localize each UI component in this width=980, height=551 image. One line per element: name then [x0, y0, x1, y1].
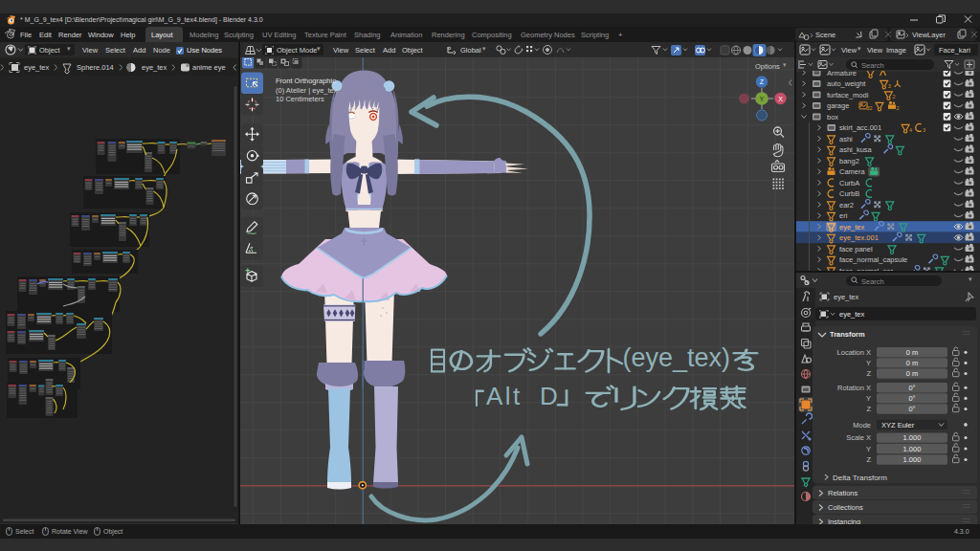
svg-text:Y: Y [866, 359, 871, 367]
svg-text:skirt_acc.001: skirt_acc.001 [839, 123, 881, 132]
svg-text:auto_weight: auto_weight [827, 79, 866, 88]
svg-text:face panel: face panel [839, 245, 873, 253]
svg-text:Z: Z [866, 405, 871, 413]
svg-text:Z: Z [760, 78, 765, 85]
svg-text:1.000: 1.000 [903, 445, 922, 453]
svg-text:eye_tex.001: eye_tex.001 [839, 233, 879, 242]
svg-text:0 m: 0 m [906, 348, 919, 357]
svg-text:Delta Transform: Delta Transform [833, 474, 887, 482]
svg-text:Mode: Mode [853, 421, 871, 430]
svg-text:ashi_kusa: ashi_kusa [839, 145, 873, 154]
svg-text:3: 3 [888, 83, 891, 89]
svg-text:Y: Y [760, 96, 765, 102]
svg-text:Z: Z [866, 369, 871, 378]
svg-text:0°: 0° [908, 405, 915, 413]
svg-text:4: 4 [909, 127, 912, 133]
svg-text:Rotation X: Rotation X [837, 384, 871, 392]
svg-text:32: 32 [867, 105, 873, 111]
svg-text:Camera: Camera [839, 167, 866, 176]
svg-text:0°: 0° [908, 394, 915, 403]
svg-text:CurbB: CurbB [839, 189, 859, 198]
svg-text:ear2: ear2 [839, 201, 854, 209]
svg-text:2: 2 [897, 105, 900, 111]
svg-text:ashi: ashi [839, 135, 853, 143]
svg-text:CurbA: CurbA [839, 179, 859, 187]
svg-text:Z: Z [866, 455, 871, 464]
svg-text:0 m: 0 m [906, 359, 919, 367]
svg-text:face_normal_capsule: face_normal_capsule [839, 255, 907, 264]
svg-text:furface_modi: furface_modi [827, 91, 869, 99]
svg-text:XYZ Euler: XYZ Euler [881, 421, 915, 430]
svg-text:0°: 0° [908, 384, 915, 392]
svg-text:1.000: 1.000 [903, 433, 922, 442]
svg-text:Location X: Location X [837, 348, 871, 357]
svg-text:box: box [827, 113, 838, 121]
svg-text:Scale X: Scale X [846, 433, 871, 442]
svg-text:3: 3 [923, 127, 925, 133]
svg-text:1.000: 1.000 [903, 455, 922, 464]
svg-text:bang2: bang2 [839, 157, 859, 165]
svg-text:garage: garage [827, 101, 849, 110]
svg-text:eye_tex: eye_tex [839, 223, 865, 231]
svg-text:Y: Y [866, 394, 871, 403]
svg-text:Y: Y [866, 445, 871, 453]
svg-text:2: 2 [892, 94, 895, 99]
svg-text:0 m: 0 m [906, 369, 919, 378]
svg-text:X: X [778, 96, 783, 102]
svg-text:eri: eri [839, 211, 848, 220]
